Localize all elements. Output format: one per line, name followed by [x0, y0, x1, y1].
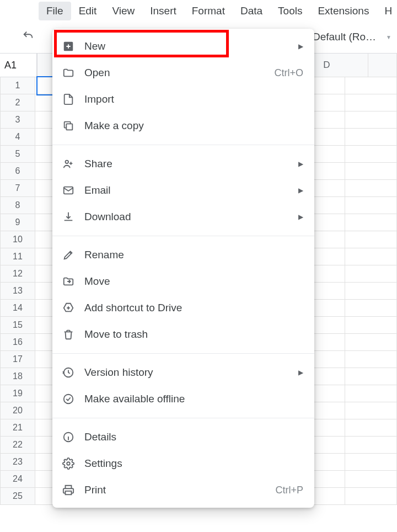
- row-header[interactable]: 23: [0, 454, 35, 471]
- import-icon: [62, 93, 74, 105]
- row-header[interactable]: 16: [0, 334, 35, 351]
- menubar: File Edit View Insert Format Data Tools …: [0, 0, 397, 22]
- row-header[interactable]: 13: [0, 283, 35, 300]
- row-header[interactable]: 19: [0, 385, 35, 402]
- menu-item-print[interactable]: PrintCtrl+P: [52, 477, 314, 503]
- menu-item-import[interactable]: Import: [52, 86, 314, 113]
- row-header[interactable]: 6: [0, 163, 35, 180]
- row-header[interactable]: 20: [0, 402, 35, 419]
- cell[interactable]: [345, 180, 397, 197]
- cell[interactable]: [345, 385, 397, 402]
- cell[interactable]: [345, 214, 397, 231]
- menu-item-details[interactable]: Details: [52, 424, 314, 450]
- font-select-label: Default (Ro…: [313, 31, 376, 43]
- cell[interactable]: [345, 419, 397, 437]
- undo-button[interactable]: [22, 30, 34, 45]
- column-header-e[interactable]: [368, 53, 397, 77]
- row-header[interactable]: 18: [0, 368, 35, 385]
- font-family-select[interactable]: Default (Ro… ▼: [306, 28, 397, 46]
- cell[interactable]: [345, 129, 397, 146]
- menu-item-label: Version history: [84, 366, 292, 379]
- submenu-arrow-icon: ▶: [298, 213, 303, 221]
- menu-item-make-a-copy[interactable]: Make a copy: [52, 113, 314, 139]
- menu-item-rename[interactable]: Rename: [52, 242, 314, 268]
- menu-item-share[interactable]: Share▶: [52, 151, 314, 177]
- menu-item-email[interactable]: Email▶: [52, 177, 314, 204]
- row-header[interactable]: 8: [0, 197, 35, 214]
- cell[interactable]: [345, 111, 397, 129]
- row-header[interactable]: 2: [0, 94, 35, 111]
- row-header[interactable]: 5: [0, 146, 35, 163]
- menu-view[interactable]: View: [104, 2, 142, 20]
- cell[interactable]: [345, 402, 397, 419]
- row-header[interactable]: 25: [0, 488, 35, 505]
- cell[interactable]: [345, 368, 397, 385]
- cell[interactable]: [345, 300, 397, 317]
- version-history-icon: [62, 366, 74, 379]
- menu-item-make-available-offline[interactable]: Make available offline: [52, 386, 314, 412]
- menu-format[interactable]: Format: [184, 2, 233, 20]
- menu-separator: [52, 418, 314, 418]
- menu-item-move-to-trash[interactable]: Move to trash: [52, 321, 314, 348]
- menu-tools[interactable]: Tools: [270, 2, 310, 20]
- cell[interactable]: [345, 351, 397, 368]
- menu-help[interactable]: H: [377, 2, 397, 20]
- row-header[interactable]: 10: [0, 231, 35, 248]
- menu-data[interactable]: Data: [233, 2, 270, 20]
- menu-edit[interactable]: Edit: [71, 2, 105, 20]
- cell[interactable]: [345, 317, 397, 334]
- submenu-arrow-icon: ▶: [298, 369, 303, 376]
- row-header[interactable]: 7: [0, 180, 35, 197]
- row-header[interactable]: 24: [0, 471, 35, 488]
- menu-item-move[interactable]: Move: [52, 268, 314, 295]
- row-header[interactable]: 12: [0, 265, 35, 283]
- row-header[interactable]: 9: [0, 214, 35, 231]
- menu-item-shortcut: Ctrl+P: [275, 485, 303, 496]
- menu-insert[interactable]: Insert: [142, 2, 184, 20]
- cell[interactable]: [345, 471, 397, 488]
- cell[interactable]: [345, 437, 397, 454]
- rename-icon: [62, 249, 74, 261]
- row-header[interactable]: 15: [0, 317, 35, 334]
- settings-icon: [62, 457, 74, 470]
- menu-item-open[interactable]: OpenCtrl+O: [52, 60, 314, 86]
- cell[interactable]: [345, 248, 397, 265]
- cell[interactable]: [345, 334, 397, 351]
- menu-item-label: Email: [84, 184, 292, 196]
- row-header[interactable]: 1: [0, 77, 35, 94]
- menu-item-settings[interactable]: Settings: [52, 450, 314, 477]
- row-header[interactable]: 11: [0, 248, 35, 265]
- cell[interactable]: [345, 77, 397, 94]
- move-to-trash-icon: [62, 328, 74, 341]
- name-box[interactable]: A1: [0, 53, 37, 77]
- menu-file[interactable]: File: [39, 2, 71, 20]
- menu-item-label: Open: [84, 67, 274, 79]
- cell[interactable]: [345, 163, 397, 180]
- menu-item-label: Settings: [84, 457, 303, 470]
- make-available-offline-icon: [62, 393, 74, 405]
- row-header[interactable]: 3: [0, 111, 35, 129]
- row-header[interactable]: 17: [0, 351, 35, 368]
- row-header[interactable]: 4: [0, 129, 35, 146]
- menu-item-download[interactable]: Download▶: [52, 204, 314, 230]
- cell[interactable]: [345, 265, 397, 283]
- menu-item-new[interactable]: New▶: [52, 33, 314, 60]
- add-shortcut-to-drive-icon: [62, 302, 74, 314]
- menu-item-add-shortcut-to-drive[interactable]: Add shortcut to Drive: [52, 295, 314, 321]
- email-icon: [62, 184, 74, 196]
- menu-item-version-history[interactable]: Version history▶: [52, 359, 314, 386]
- menu-item-label: Download: [84, 211, 292, 223]
- row-header[interactable]: 14: [0, 300, 35, 317]
- cell[interactable]: [345, 488, 397, 505]
- row-header[interactable]: 21: [0, 419, 35, 437]
- cell[interactable]: [345, 283, 397, 300]
- menu-extensions[interactable]: Extensions: [310, 2, 377, 20]
- cell[interactable]: [345, 231, 397, 248]
- cell[interactable]: [345, 94, 397, 111]
- print-icon: [62, 484, 74, 496]
- cell[interactable]: [345, 454, 397, 471]
- row-header[interactable]: 22: [0, 437, 35, 454]
- menu-item-label: Print: [84, 484, 275, 496]
- cell[interactable]: [345, 197, 397, 214]
- cell[interactable]: [345, 146, 397, 163]
